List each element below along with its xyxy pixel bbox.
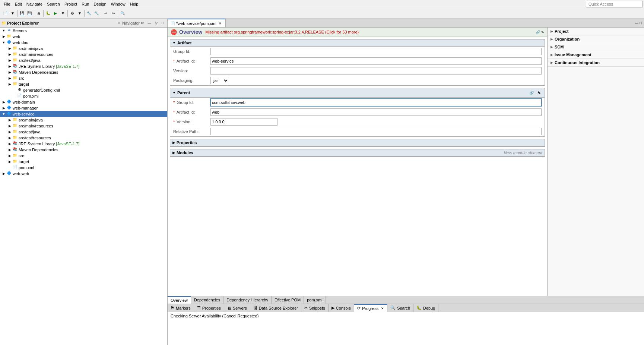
tree-web-manager[interactable]: ▶ 🔷 web-manager — [0, 105, 167, 111]
right-panel-ci[interactable]: ▶ Continuous Integration — [548, 59, 644, 67]
tree-webdao-src[interactable]: ▶ 📁 src — [0, 75, 167, 81]
bp-tab-debug[interactable]: 🐛 Debug — [413, 304, 438, 312]
tab-effective-pom[interactable]: Effective POM — [272, 296, 304, 304]
bp-tab-console[interactable]: ▶ Console — [329, 304, 354, 312]
artifact-version-input[interactable] — [210, 67, 542, 75]
tree-webdao-src-test-java[interactable]: ▶ 📁 src/test/java — [0, 57, 167, 63]
toolbar-btn11[interactable]: ▼ — [76, 10, 83, 17]
ws-str-icon: 📁 — [12, 135, 18, 140]
menu-edit[interactable]: Edit — [13, 1, 24, 7]
menu-file[interactable]: File — [1, 1, 13, 7]
pom-tab-close[interactable]: ✕ — [218, 21, 222, 26]
tree-ws-src[interactable]: ▶ 📁 src — [0, 153, 167, 159]
panel-maximize-icon[interactable]: □ — [160, 20, 166, 26]
tree-label-ws-smj: src/main/java — [19, 118, 43, 122]
tree-ws-src-test-java[interactable]: ▶ 📁 src/test/java — [0, 129, 167, 135]
overview-top-icons[interactable]: 🔗 ✎ — [536, 30, 544, 34]
panel-collapse-icon[interactable]: — — [146, 20, 152, 26]
tree-servers[interactable]: ▼ 🖥 Servers — [0, 28, 167, 34]
artifact-artifact-id-input[interactable] — [210, 57, 542, 65]
toolbar-save-all[interactable]: 💾 — [26, 10, 33, 17]
menu-design[interactable]: Design — [91, 1, 108, 7]
menu-search[interactable]: Search — [45, 1, 62, 7]
tree-webdao-pom[interactable]: 📄 pom.xml — [0, 93, 167, 99]
tree-web-service[interactable]: ▼ 🔷 web-service — [0, 111, 167, 117]
tree-webdao-target[interactable]: ▶ 📁 target — [0, 81, 167, 87]
editor-tab-pom[interactable]: 📄 *web-service/pom.xml ✕ — [168, 19, 226, 27]
tree-ws-src-main-res[interactable]: ▶ 📁 src/main/resources — [0, 123, 167, 129]
tree-web-domain[interactable]: ▶ 🔷 web-domain — [0, 99, 167, 105]
parent-artifact-id-input[interactable] — [210, 108, 542, 116]
parent-version-input[interactable] — [210, 118, 277, 126]
toolbar-run[interactable]: ▶ — [52, 10, 59, 17]
bp-tab-progress[interactable]: ⟳ Progress ✕ — [354, 304, 387, 312]
tree-ws-target[interactable]: ▶ 📁 target — [0, 159, 167, 165]
parent-artifact-id-row: * Artifact Id: — [170, 107, 545, 117]
bp-tab-servers[interactable]: 🖥 Servers — [224, 304, 250, 312]
toolbar-btn15[interactable]: ↪ — [110, 10, 117, 17]
menu-window[interactable]: Window — [109, 1, 128, 7]
right-panel-organization[interactable]: ▶ Organization — [548, 35, 644, 43]
menu-help[interactable]: Help — [128, 1, 141, 7]
tree-ws-maven[interactable]: ▶ 📚 Maven Dependencies — [0, 147, 167, 153]
progress-tab-close[interactable]: ✕ — [381, 307, 384, 310]
tree-webdao-generatorconfig[interactable]: ⚙ generatorConfig.xml — [0, 87, 167, 93]
artifact-id-label-art: * Artifact Id: — [173, 59, 210, 63]
bp-tab-snippets[interactable]: ✂ Snippets — [301, 304, 329, 312]
toolbar-btn10[interactable]: ⚙ — [69, 10, 76, 17]
tree-ws-src-test-res[interactable]: ▶ 📁 src/test/resources — [0, 135, 167, 141]
tree-webdao-jre[interactable]: ▶ 📚 JRE System Library [JavaSE-1.7] — [0, 63, 167, 69]
tree-web-dao[interactable]: ▼ 🔷 web-dao — [0, 39, 167, 45]
tab-overview[interactable]: Overview — [168, 296, 191, 304]
menu-project[interactable]: Project — [62, 1, 79, 7]
menu-run[interactable]: Run — [79, 1, 91, 7]
tree-ws-src-main-java[interactable]: ▶ 📁 src/main/java — [0, 117, 167, 123]
toolbar-btn12[interactable]: 🔧 — [85, 10, 93, 17]
bp-tab-datasource[interactable]: 🗄 Data Source Explorer — [250, 304, 301, 312]
tree-web-web[interactable]: ▶ 🔷 web-web — [0, 171, 167, 177]
right-panel-issue-management[interactable]: ▶ Issue Management — [548, 51, 644, 59]
tab-pomxml[interactable]: pom.xml — [304, 296, 326, 304]
parent-icon-2[interactable]: ✎ — [536, 89, 542, 96]
tree-ws-jre[interactable]: ▶ 📚 JRE System Library [JavaSE-1.7] — [0, 141, 167, 147]
parent-group-id-input[interactable] — [210, 99, 542, 106]
toolbar-btn13[interactable]: 🔧 — [93, 10, 100, 17]
artifact-packaging-select[interactable]: jar war pom ear — [210, 77, 229, 84]
tab-dependencies[interactable]: Dependencies — [191, 296, 223, 304]
navigator-tab-label[interactable]: Navigator — [122, 21, 140, 25]
editor-minimize[interactable]: — — [634, 21, 639, 25]
right-panel-project[interactable]: ▶ Project — [548, 28, 644, 35]
tree-webdao-maven-deps[interactable]: ▶ 📚 Maven Dependencies — [0, 69, 167, 75]
artifact-section-header[interactable]: ▼ Artifact — [170, 39, 545, 47]
panel-menu-icon[interactable]: ▽ — [153, 20, 159, 26]
properties-section-header[interactable]: ▶ Properties — [170, 139, 545, 146]
toolbar-btn14[interactable]: ↩ — [102, 10, 110, 17]
toolbar-debug[interactable]: 🐛 — [44, 10, 52, 17]
overview-error-msg[interactable]: Missing artifact org.springframework:spr… — [205, 30, 359, 34]
toolbar-btn2[interactable]: ▼ — [9, 10, 16, 17]
menu-navigate[interactable]: Navigate — [24, 1, 45, 7]
toolbar-new[interactable]: 📄 — [1, 10, 9, 17]
right-panel-scm[interactable]: ▶ SCM — [548, 43, 644, 51]
tree-web[interactable]: ▶ 📁 web — [0, 34, 167, 39]
bp-tab-search[interactable]: 🔍 Search — [387, 304, 413, 312]
tab-dependency-hierarchy[interactable]: Dependency Hierarchy — [223, 296, 272, 304]
tree-container[interactable]: ▼ 🖥 Servers ▶ 📁 web ▼ 🔷 web-dao — [0, 28, 167, 345]
tree-ws-pom[interactable]: 📄 pom.xml — [0, 165, 167, 171]
toolbar-save[interactable]: 💾 — [18, 10, 26, 17]
tree-webdao-src-main-java[interactable]: ▶ 📁 src/main/java — [0, 45, 167, 51]
toolbar-run-dropdown[interactable]: ▼ — [59, 10, 67, 17]
editor-maximize[interactable]: □ — [639, 21, 643, 25]
artifact-group-id-input[interactable] — [210, 48, 542, 55]
modules-section-header[interactable]: ▶ Modules New module element — [170, 149, 545, 156]
toolbar-btn16[interactable]: 🔍 — [119, 10, 126, 17]
parent-icon-1[interactable]: 🔗 — [528, 89, 535, 96]
panel-sync-icon[interactable]: ⟳ — [140, 20, 146, 26]
tree-webdao-src-main-res[interactable]: ▶ 📁 src/main/resources — [0, 51, 167, 57]
quick-access-input[interactable] — [586, 1, 643, 7]
bp-tab-markers[interactable]: ⚑ Markers — [168, 304, 194, 312]
bp-tab-properties[interactable]: ☰ Properties — [194, 304, 224, 312]
parent-relative-path-input[interactable] — [210, 128, 542, 135]
toolbar-print[interactable]: 🖨 — [35, 10, 42, 17]
parent-section-header[interactable]: ▼ Parent 🔗 ✎ — [170, 88, 545, 98]
